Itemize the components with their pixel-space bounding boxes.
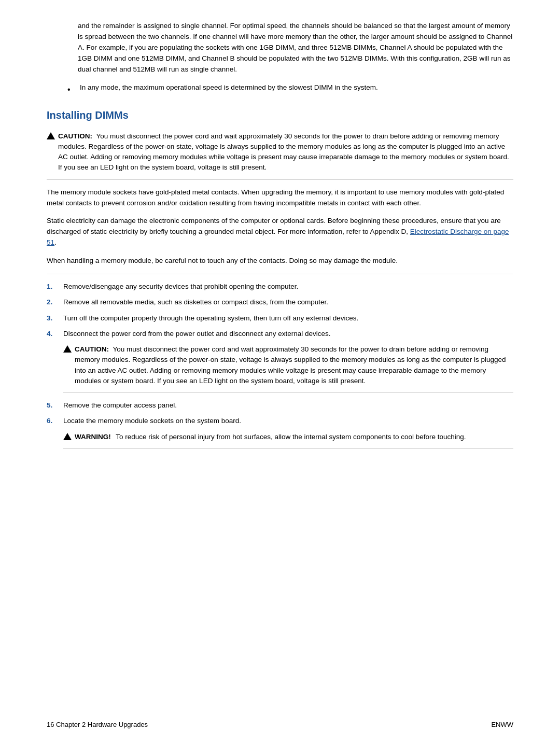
step-number-6: 6. <box>47 416 63 426</box>
numbered-list-2: 5. Remove the computer access panel. 6. … <box>47 400 513 427</box>
step-text-1: Remove/disengage any security devices th… <box>63 282 298 292</box>
warning-label: WARNING! <box>75 433 111 441</box>
caution-block-1: CAUTION: You must disconnect the power c… <box>47 131 513 180</box>
caution-text-1: CAUTION: You must disconnect the power c… <box>58 131 513 173</box>
list-item: 4. Disconnect the power cord from the po… <box>47 329 513 339</box>
warning-block-1: WARNING! To reduce risk of personal inju… <box>63 432 513 449</box>
caution-text-2: CAUTION: You must disconnect the power c… <box>75 344 513 386</box>
step-number-5: 5. <box>47 400 63 411</box>
body-para-3: When handling a memory module, be carefu… <box>47 256 513 274</box>
body-para-2: Static electricity can damage the electr… <box>47 216 513 248</box>
step-text-4: Disconnect the power cord from the power… <box>63 329 331 339</box>
warning-triangle-icon <box>63 433 72 440</box>
warning-body: To reduce risk of personal injury from h… <box>116 433 466 441</box>
section-title-installing-dimms: Installing DIMMs <box>47 107 513 123</box>
footer-right: ENWW <box>491 720 513 730</box>
bullet-icon <box>67 83 77 96</box>
para2-after-link: . <box>54 238 57 246</box>
caution-label-2: CAUTION: <box>75 345 109 353</box>
bullet-text-1: In any mode, the maximum operational spe… <box>80 82 378 96</box>
step-number-3: 3. <box>47 313 63 324</box>
list-item: 2. Remove all removable media, such as d… <box>47 297 513 307</box>
caution-triangle-icon-1 <box>47 132 55 139</box>
caution-body-2: You must disconnect the power cord and w… <box>75 345 506 385</box>
page-footer: 16 Chapter 2 Hardware Upgrades ENWW <box>47 720 513 730</box>
step-text-3: Turn off the computer properly through t… <box>63 313 358 324</box>
content-area: and the remainder is assigned to single … <box>47 21 513 449</box>
list-item: 1. Remove/disengage any security devices… <box>47 282 513 292</box>
step-text-6: Locate the memory module sockets on the … <box>63 416 241 426</box>
caution-triangle-icon-2 <box>63 345 72 353</box>
body-para-1: The memory module sockets have gold-plat… <box>47 187 513 209</box>
bullet-item-1: In any mode, the maximum operational spe… <box>67 82 513 96</box>
list-item: 5. Remove the computer access panel. <box>47 400 513 411</box>
caution-indented-block: CAUTION: You must disconnect the power c… <box>63 344 513 393</box>
warning-text-1: WARNING! To reduce risk of personal inju… <box>75 432 466 442</box>
step-text-5: Remove the computer access panel. <box>63 400 177 411</box>
step-text-2: Remove all removable media, such as disk… <box>63 297 328 307</box>
numbered-list-1: 1. Remove/disengage any security devices… <box>47 282 513 339</box>
caution-block-2: CAUTION: You must disconnect the power c… <box>63 344 513 393</box>
intro-paragraph: and the remainder is assigned to single … <box>78 21 513 75</box>
caution-body-1: You must disconnect the power cord and w… <box>58 132 509 172</box>
step-number-1: 1. <box>47 282 63 292</box>
page: and the remainder is assigned to single … <box>0 0 560 745</box>
warning-indented-block: WARNING! To reduce risk of personal inju… <box>63 432 513 449</box>
caution-label-1: CAUTION: <box>58 132 92 140</box>
list-item: 6. Locate the memory module sockets on t… <box>47 416 513 426</box>
list-item: 3. Turn off the computer properly throug… <box>47 313 513 324</box>
step-number-4: 4. <box>47 329 63 339</box>
footer-left: 16 Chapter 2 Hardware Upgrades <box>47 720 148 730</box>
step-number-2: 2. <box>47 297 63 307</box>
